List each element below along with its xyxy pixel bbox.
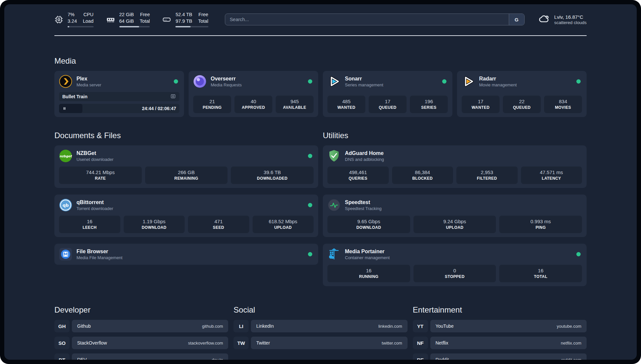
sysstat-value-secondary: 97.9 TB <box>175 18 192 25</box>
search-provider-button[interactable]: G <box>509 14 524 25</box>
link-pill[interactable]: Github github.com <box>72 320 228 332</box>
stat-label: PENDING <box>195 105 230 110</box>
stat-label: UPLOAD <box>415 225 495 230</box>
section-documents: Documents & Files nzbget NZBGet Usenet d… <box>54 131 318 286</box>
playback-time: 24:44 / 02:06:47 <box>142 106 176 111</box>
stat-label: AVAILABLE <box>277 105 312 110</box>
link-pill[interactable]: Twitter twitter.com <box>251 337 407 349</box>
app-name: Plex <box>76 76 101 82</box>
portainer-icon <box>327 248 341 261</box>
link-list: GH Github github.com SO StackOverflow st… <box>54 320 228 360</box>
stat-label: WANTED <box>329 105 364 110</box>
disk-icon <box>162 15 171 24</box>
weather-widget: Lviv, 16.87°C scattered clouds <box>538 13 587 26</box>
weather-description: scattered clouds <box>554 20 587 25</box>
status-online-dot <box>174 79 178 84</box>
stat-value: 471 <box>189 219 248 224</box>
app-description: Media File Management <box>76 255 122 260</box>
section-title-social: Social <box>233 305 407 315</box>
link-youtube[interactable]: YT YouTube youtube.com <box>413 320 587 332</box>
link-pill[interactable]: Reddit reddit.com <box>430 353 587 360</box>
app-card-overseerr[interactable]: Overseerr Media Requests 21 PENDING 40 A… <box>189 71 318 117</box>
app-card-nzbget[interactable]: nzbget NZBGet Usenet downloader 744.21 M… <box>54 145 318 188</box>
stat-series: 196 SERIES <box>410 96 448 113</box>
utilities-cards: AdGuard Home DNS and adblocking 498,461 … <box>323 145 587 286</box>
window-frame: 7% 3.24 CPU Load 22 GiB 64 GiB <box>0 0 641 364</box>
app-description: Torrent downloader <box>76 206 113 211</box>
link-stackoverflow[interactable]: SO StackOverflow stackoverflow.com <box>54 337 228 349</box>
stat-value: 618.52 Mbps <box>254 219 313 224</box>
stat-queued: 17 QUEUED <box>369 96 407 113</box>
app-card-media-portainer[interactable]: Media Portainer Container management 16 … <box>323 244 587 286</box>
stat-value: 196 <box>411 99 446 104</box>
topbar-divider <box>54 35 587 36</box>
link-github[interactable]: GH Github github.com <box>54 320 228 332</box>
app-stats-row: 744.21 Mbps RATE 266 GB REMAINING 39.6 T… <box>59 163 314 184</box>
stat-upload: 9.24 Gbps UPLOAD <box>413 216 496 233</box>
stat-value: 40 <box>236 99 271 104</box>
link-url: reddit.com <box>561 357 581 360</box>
link-list: LI LinkedIn linkedin.com TW Twitter twit… <box>233 320 407 349</box>
link-twitter[interactable]: TW Twitter twitter.com <box>233 337 407 349</box>
stat-rate: 744.21 Mbps RATE <box>59 167 142 184</box>
stat-stopped: 0 STOPPED <box>413 265 496 282</box>
app-card-adguard-home[interactable]: AdGuard Home DNS and adblocking 498,461 … <box>323 145 587 188</box>
stat-label: SEED <box>189 225 248 230</box>
link-pill[interactable]: DEV dev.to <box>72 353 228 360</box>
stat-value: 17 <box>463 99 498 104</box>
app-description: DNS and adblocking <box>345 157 384 162</box>
link-linkedin[interactable]: LI LinkedIn linkedin.com <box>233 320 407 332</box>
dashboard: 7% 3.24 CPU Load 22 GiB 64 GiB <box>4 4 637 360</box>
link-pill[interactable]: StackOverflow stackoverflow.com <box>72 337 228 349</box>
section-utilities: Utilities AdGuard Home DNS and adblockin… <box>323 131 587 286</box>
link-tag: GH <box>54 320 70 332</box>
stat-value: 86,384 <box>393 169 452 175</box>
stat-remaining: 266 GB REMAINING <box>145 167 228 184</box>
qbittorrent-icon: qb <box>59 198 72 212</box>
app-card-file-browser[interactable]: File Browser Media File Management <box>54 244 318 265</box>
stat-value: 21 <box>195 99 230 104</box>
link-reddit[interactable]: RE Reddit reddit.com <box>413 353 587 360</box>
stat-value: 485 <box>329 99 364 104</box>
stat-label: REMAINING <box>146 176 227 181</box>
stat-label: DOWNLOADED <box>232 176 312 181</box>
overseerr-icon <box>193 75 206 88</box>
stat-value: 266 GB <box>146 169 227 175</box>
link-name: Twitter <box>256 340 270 346</box>
svg-text:qb: qb <box>63 203 69 208</box>
media-cards-grid: Plex Media server Bullet Train 24:44 / 0… <box>54 71 587 117</box>
app-card-speedtest[interactable]: Speedtest Speedtest Tracking 9.65 Gbps D… <box>323 195 587 237</box>
app-card-qbittorrent[interactable]: qb qBittorrent Torrent downloader 16 LEE… <box>54 195 318 237</box>
stat-value: 1.19 Gbps <box>125 219 184 224</box>
link-dev[interactable]: DT DEV dev.to <box>54 353 228 360</box>
stat-label: SERIES <box>411 105 446 110</box>
playback-progressbar[interactable]: 24:44 / 02:06:47 <box>59 104 179 113</box>
link-pill[interactable]: YouTube youtube.com <box>430 320 587 332</box>
link-url: linkedin.com <box>378 324 402 329</box>
section-media: Media Plex Media server Bullet Train 24:… <box>54 56 587 117</box>
app-card-plex[interactable]: Plex Media server Bullet Train 24:44 / 0… <box>54 71 184 117</box>
pause-icon[interactable] <box>62 106 67 111</box>
app-stats-row: 16 RUNNING 0 STOPPED 16 TOTAL <box>327 261 582 282</box>
app-name: Radarr <box>479 76 517 82</box>
search-input[interactable] <box>225 14 525 25</box>
link-pill[interactable]: Netflix netflix.com <box>430 337 587 349</box>
sysstat-label-primary: Free <box>198 12 208 18</box>
status-online-dot <box>308 154 312 158</box>
app-card-header: Speedtest Speedtest Tracking <box>327 198 582 212</box>
cpu-icon <box>54 15 63 24</box>
plex-icon <box>59 75 72 88</box>
two-column-area: Documents & Files nzbget NZBGet Usenet d… <box>54 131 587 286</box>
now-playing-title: Bullet Train <box>62 94 87 99</box>
app-stats-row: 21 PENDING 40 APPROVED 945 AVAILABLE <box>193 92 314 113</box>
stat-label: QUERIES <box>329 176 387 181</box>
link-netflix[interactable]: NF Netflix netflix.com <box>413 337 587 349</box>
link-pill[interactable]: LinkedIn linkedin.com <box>251 320 407 332</box>
app-card-sonarr[interactable]: Sonarr Series management 485 WANTED 17 Q… <box>323 71 452 117</box>
app-card-radarr[interactable]: Radarr Movie management 17 WANTED 22 QUE… <box>457 71 587 117</box>
link-tag: NF <box>413 337 428 349</box>
weather-location-temp: Lviv, 16.87°C <box>554 14 587 20</box>
link-url: youtube.com <box>557 324 581 329</box>
documents-cards: nzbget NZBGet Usenet downloader 744.21 M… <box>54 145 318 265</box>
stat-value: 945 <box>277 99 312 104</box>
